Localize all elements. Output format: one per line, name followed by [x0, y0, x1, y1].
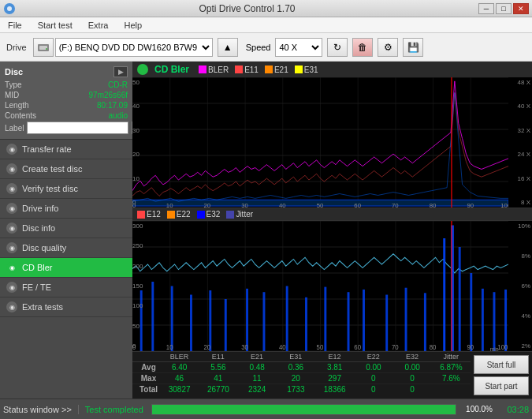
svg-text:30: 30: [241, 202, 248, 208]
status-window-toggle[interactable]: Status window >>: [3, 405, 79, 414]
drive-select[interactable]: (F:) BENQ DVD DD DW1620 B7W9: [55, 38, 213, 57]
sidebar-nav: ◉ Transfer rate ◉ Create test disc ◉ Ver…: [0, 140, 132, 317]
menu-extra[interactable]: Extra: [84, 20, 113, 31]
speed-select[interactable]: 40 X: [275, 38, 322, 57]
contents-val: audio: [109, 111, 128, 120]
svg-rect-67: [470, 273, 472, 351]
svg-text:80: 80: [430, 202, 437, 208]
sidebar: Disc ▶ Type CD-R MID 97m26s66f Length 80…: [0, 62, 132, 398]
save-button[interactable]: 💾: [403, 38, 423, 57]
svg-rect-55: [262, 292, 265, 351]
fe-te-icon: ◉: [6, 282, 17, 293]
toolbar: Drive (F:) BENQ DVD DD DW1620 B7W9 ▲ Spe…: [0, 33, 532, 62]
svg-text:60: 60: [354, 342, 361, 351]
sidebar-item-fe-te[interactable]: ◉ FE / TE: [0, 278, 132, 297]
sidebar-item-cd-bler[interactable]: ◉ CD Bler: [0, 258, 132, 278]
label-key: Label: [5, 124, 24, 133]
svg-text:70: 70: [392, 342, 399, 351]
sidebar-item-disc-info[interactable]: ◉ Disc info: [0, 219, 132, 238]
total-e31: 1733: [277, 384, 315, 395]
svg-text:50: 50: [317, 342, 324, 351]
avg-jitter: 6.87%: [432, 362, 471, 372]
drive-icon-btn[interactable]: [33, 38, 54, 57]
avg-e32: 0.00: [393, 362, 432, 372]
top-chart-wrapper: 0 10 20 30 40 50 60 70 80 90 100 min 48 …: [132, 77, 532, 208]
disc-panel: Disc ▶ Type CD-R MID 97m26s66f Length 80…: [0, 62, 132, 140]
sidebar-item-verify-test-disc[interactable]: ◉ Verify test disc: [0, 179, 132, 199]
drive-label: Drive: [6, 43, 27, 52]
svg-rect-63: [424, 293, 426, 351]
stats-header-e32: E32: [393, 352, 432, 361]
settings-button[interactable]: ⚙: [378, 38, 398, 57]
menu-start-test[interactable]: Start test: [33, 20, 77, 31]
side-buttons: Start full Start part: [471, 352, 532, 398]
sidebar-item-create-test-disc[interactable]: ◉ Create test disc: [0, 159, 132, 179]
type-val: CD-R: [108, 80, 128, 89]
svg-rect-57: [305, 297, 307, 351]
menu-file[interactable]: File: [3, 20, 27, 31]
stats-header-e21: E21: [238, 352, 277, 361]
avg-e31: 0.36: [277, 362, 315, 372]
svg-point-1: [7, 6, 12, 11]
chart-title-icon: [137, 64, 148, 75]
svg-rect-54: [246, 289, 248, 351]
total-label: Total: [132, 384, 160, 395]
svg-rect-53: [225, 299, 227, 351]
sidebar-item-extra-tests[interactable]: ◉ Extra tests: [0, 297, 132, 317]
max-label: Max: [132, 373, 160, 383]
menu-help[interactable]: Help: [119, 20, 147, 31]
svg-rect-68: [482, 289, 484, 351]
avg-e12: 3.81: [315, 362, 354, 372]
label-input[interactable]: [27, 122, 128, 134]
legend-e12: E12: [137, 210, 161, 219]
total-e12: 18366: [315, 384, 354, 395]
start-full-button[interactable]: Start full: [474, 355, 529, 374]
svg-rect-60: [363, 290, 365, 351]
total-bler: 30827: [160, 384, 199, 395]
svg-rect-61: [385, 295, 388, 352]
eject-button[interactable]: ▲: [218, 38, 238, 57]
svg-rect-50: [171, 286, 173, 352]
maximize-button[interactable]: □: [496, 3, 512, 14]
stats-header-e12: E12: [315, 352, 354, 361]
svg-rect-49: [151, 282, 154, 351]
svg-text:min: min: [490, 346, 499, 351]
max-e31: 20: [277, 373, 315, 383]
top-chart-svg: 0 10 20 30 40 50 60 70 80 90 100 min: [132, 77, 508, 208]
create-test-icon: ◉: [6, 163, 17, 174]
sidebar-label-fe-te: FE / TE: [22, 282, 51, 292]
sidebar-item-disc-quality[interactable]: ◉ Disc quality: [0, 238, 132, 258]
clear-button[interactable]: 🗑: [352, 38, 373, 57]
stats-header-e22: E22: [354, 352, 392, 361]
start-part-button[interactable]: Start part: [474, 376, 529, 395]
disc-toggle[interactable]: ▶: [113, 66, 128, 77]
titlebar-icon: [3, 2, 16, 15]
sidebar-item-drive-info[interactable]: ◉ Drive info: [0, 199, 132, 219]
bottom-chart-svg: 0 10 20 30 40 50 60 70 80 90 100 min: [132, 221, 508, 351]
svg-text:100: 100: [497, 342, 508, 351]
chart-header: CD Bler BLER E11 E21 E31: [132, 62, 532, 77]
top-chart-y-axis-left: 50 40 30 20 10 0: [132, 77, 148, 208]
legend-e21: E21: [265, 65, 288, 74]
sidebar-label-disc-info: Disc info: [22, 223, 55, 233]
legend-e32: E32: [197, 210, 221, 219]
avg-bler: 6.40: [160, 362, 199, 372]
sidebar-item-transfer-rate[interactable]: ◉ Transfer rate: [0, 140, 132, 159]
legend-bler: BLER: [199, 65, 229, 74]
stats-header-jitter: Jitter: [432, 352, 471, 361]
svg-point-4: [46, 48, 47, 50]
drive-info-icon: ◉: [6, 203, 17, 214]
sidebar-label-create-test: Create test disc: [22, 164, 82, 174]
legend-jitter: Jitter: [226, 210, 253, 219]
stats-header-e11: E11: [199, 352, 237, 361]
svg-text:60: 60: [354, 202, 361, 208]
disc-info-icon: ◉: [6, 223, 17, 234]
svg-text:40: 40: [279, 202, 286, 208]
close-button[interactable]: ✕: [513, 3, 529, 14]
max-bler: 46: [160, 373, 199, 383]
minimize-button[interactable]: ─: [478, 3, 494, 14]
svg-rect-62: [405, 288, 407, 351]
bottom-chart-wrapper: 0 10 20 30 40 50 60 70 80 90 100 min 10%…: [132, 220, 532, 351]
refresh-button[interactable]: ↻: [327, 38, 348, 57]
avg-e11: 5.56: [199, 362, 237, 372]
